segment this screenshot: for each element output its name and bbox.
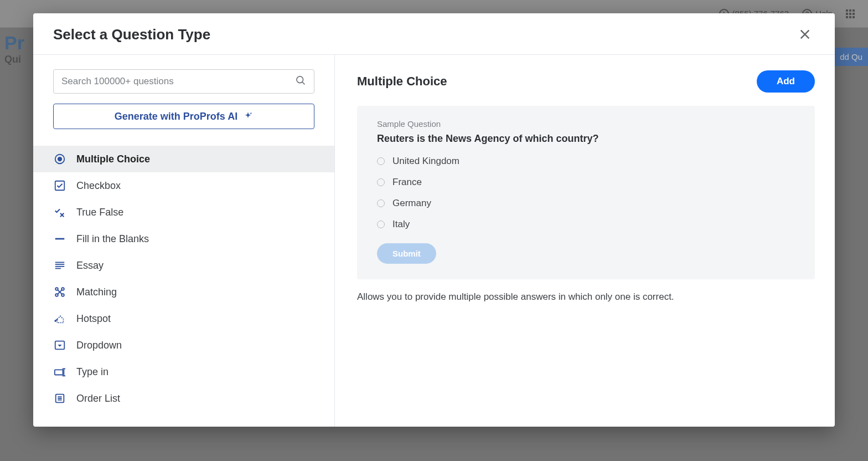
question-type-label: Matching xyxy=(76,286,117,298)
question-type-sidebar: Generate with ProProfs AI Multiple Choic… xyxy=(33,55,335,427)
option-text: France xyxy=(392,177,422,188)
sample-option[interactable]: United Kingdom xyxy=(377,156,795,167)
sidebar-controls: Generate with ProProfs AI xyxy=(33,55,334,139)
radio-icon xyxy=(377,199,385,207)
question-type-label: True False xyxy=(76,207,123,218)
sample-question-text: Reuters is the News Agency of which coun… xyxy=(377,133,795,145)
option-text: United Kingdom xyxy=(392,156,459,167)
preview-header: Multiple Choice Add xyxy=(357,70,815,93)
svg-point-18 xyxy=(55,320,56,321)
radio-icon xyxy=(377,178,385,186)
question-type-matching[interactable]: Matching xyxy=(33,279,334,305)
question-type-fillblanks[interactable]: Fill in the Blanks xyxy=(33,226,334,252)
option-text: Italy xyxy=(392,219,410,230)
radio-icon xyxy=(377,221,385,228)
question-type-label: Essay xyxy=(76,260,104,272)
svg-point-14 xyxy=(55,294,58,296)
apps-grid-icon xyxy=(846,9,855,18)
svg-rect-20 xyxy=(55,370,63,375)
submit-button[interactable]: Submit xyxy=(377,243,436,264)
search-box[interactable] xyxy=(53,69,314,94)
modal-header: Select a Question Type xyxy=(33,13,835,55)
sample-option[interactable]: France xyxy=(377,177,795,188)
svg-line-3 xyxy=(302,82,304,84)
truefalse-icon xyxy=(53,206,66,219)
option-text: Germany xyxy=(392,198,431,209)
logo-fragment-2: Qui xyxy=(4,54,24,65)
modal-body: Generate with ProProfs AI Multiple Choic… xyxy=(33,55,835,427)
dropdown-icon xyxy=(53,339,66,352)
svg-point-5 xyxy=(58,157,62,161)
sample-option[interactable]: Italy xyxy=(377,219,795,230)
question-type-description: Allows you to provide multiple possible … xyxy=(357,291,815,303)
add-button[interactable]: Add xyxy=(757,70,815,93)
sample-question-box: Sample Question Reuters is the News Agen… xyxy=(357,106,815,279)
question-type-label: Type in xyxy=(76,366,108,378)
essay-icon xyxy=(53,259,66,272)
modal-title: Select a Question Type xyxy=(53,26,210,43)
fillblanks-icon xyxy=(53,232,66,245)
question-type-label: Hotspot xyxy=(76,313,111,325)
logo-fragment-1: Pr xyxy=(4,32,24,54)
close-icon xyxy=(799,28,811,40)
multiple-icon xyxy=(53,152,66,166)
hotspot-icon xyxy=(53,312,66,325)
question-type-label: Fill in the Blanks xyxy=(76,233,149,245)
question-type-dropdown[interactable]: Dropdown xyxy=(33,332,334,358)
ai-button-label: Generate with ProProfs AI xyxy=(115,111,237,122)
svg-point-13 xyxy=(61,288,64,290)
checkbox-icon xyxy=(53,179,66,192)
generate-ai-button[interactable]: Generate with ProProfs AI xyxy=(53,104,314,129)
question-type-label: Order List xyxy=(76,393,120,404)
question-type-label: Dropdown xyxy=(76,340,122,351)
background-logo: Pr Qui xyxy=(0,30,29,68)
modal-backdrop: ! (855) 776-7763 ? Help Pr Qui dd Qu Sel… xyxy=(0,0,868,461)
matching-icon xyxy=(53,285,66,299)
svg-point-12 xyxy=(55,288,58,290)
sparkle-icon xyxy=(243,111,253,121)
question-type-truefalse[interactable]: True False xyxy=(33,199,334,226)
question-type-multiple[interactable]: Multiple Choice xyxy=(33,146,334,172)
svg-point-2 xyxy=(297,76,303,83)
sample-options: United KingdomFranceGermanyItaly xyxy=(377,156,795,230)
question-type-checkbox[interactable]: Checkbox xyxy=(33,172,334,199)
question-type-modal: Select a Question Type Generate with Pro… xyxy=(33,13,835,427)
radio-icon xyxy=(377,157,385,165)
typein-icon xyxy=(53,365,66,378)
orderlist-icon xyxy=(53,392,66,405)
question-type-essay[interactable]: Essay xyxy=(33,252,334,279)
svg-point-15 xyxy=(61,294,64,296)
sample-question-label: Sample Question xyxy=(377,119,795,129)
sample-option[interactable]: Germany xyxy=(377,198,795,209)
background-add-quiz-fragment: dd Qu xyxy=(834,48,868,66)
close-button[interactable] xyxy=(795,24,815,44)
search-input[interactable] xyxy=(61,76,295,87)
question-type-typein[interactable]: Type in xyxy=(33,358,334,385)
search-icon xyxy=(295,75,306,88)
preview-panel: Multiple Choice Add Sample Question Reut… xyxy=(335,55,835,427)
question-type-orderlist[interactable]: Order List xyxy=(33,385,334,412)
question-type-hotspot[interactable]: Hotspot xyxy=(33,305,334,332)
question-type-label: Checkbox xyxy=(76,180,121,192)
question-type-list: Multiple ChoiceCheckboxTrue FalseFill in… xyxy=(33,139,334,423)
preview-title: Multiple Choice xyxy=(357,74,447,89)
question-type-label: Multiple Choice xyxy=(76,153,150,165)
